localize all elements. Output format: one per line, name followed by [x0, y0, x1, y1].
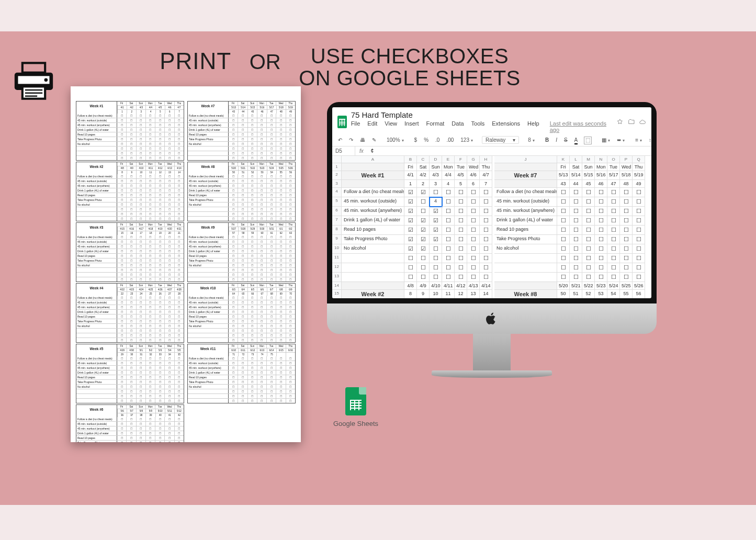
apple-logo-icon — [486, 312, 498, 325]
paint-icon[interactable]: ✎ — [370, 137, 378, 143]
percent-button[interactable]: % — [422, 137, 430, 143]
week-block: Week #7FriSatSunMonTueWedThu5/135/145/15… — [187, 101, 296, 161]
week-title: Week #1 — [76, 102, 117, 114]
currency-button[interactable]: $ — [413, 137, 419, 143]
borders-button[interactable]: ▦ — [600, 137, 612, 143]
week-block: Week #2FriSatSunMonTueWedThu4/84/94/104/… — [76, 162, 184, 221]
week-block: Week #11FriSatSunMonTueWedThu6/106/116/1… — [187, 344, 296, 403]
name-box[interactable]: D5 — [332, 147, 355, 155]
menu-format[interactable]: Format — [426, 120, 445, 133]
menu-insert[interactable]: Insert — [404, 120, 419, 133]
menu-edit[interactable]: Edit — [367, 120, 377, 133]
week-block: Week #6FriSatSunMonTueWedThu5/65/75/85/9… — [76, 404, 184, 442]
dec-more-button[interactable]: .00 — [445, 137, 455, 143]
menu-extensions[interactable]: Extensions — [492, 120, 520, 133]
print-icon[interactable]: 🖶 — [358, 137, 367, 143]
svg-point-3 — [44, 78, 48, 82]
week-block: Week #5FriSatSunMonTueWedThu4/294/305/15… — [76, 344, 184, 403]
fill-color-button[interactable]: ⬚ — [583, 137, 593, 143]
formula-input[interactable]: ¢ — [368, 147, 377, 155]
week-block: Week #10FriSatSunMonTueWedThu6/36/46/56/… — [187, 283, 296, 343]
week-block: Week #4FriSatSunMonTueWedThu4/224/234/24… — [76, 283, 184, 343]
strike-button[interactable]: S — [562, 137, 569, 143]
formula-bar: D5 fx ¢ — [332, 147, 651, 156]
week-block: Week #1FriSatSunMonTueWedThu4/14/24/34/4… — [76, 101, 184, 161]
week-block: Week #8FriSatSunMonTueWedThu5/205/215/22… — [187, 162, 296, 221]
week-title: Week #2 — [76, 162, 117, 174]
redo-icon[interactable]: ↷ — [347, 137, 355, 143]
week-block: Week #9FriSatSunMonTueWedThu5/275/285/29… — [187, 222, 296, 282]
printer-icon — [12, 61, 56, 100]
menu-tools[interactable]: Tools — [471, 120, 485, 133]
headline-print: PRINT — [160, 48, 231, 74]
google-sheets-brand: Google Sheets — [327, 387, 385, 428]
font-size-select[interactable]: 8 — [526, 137, 536, 143]
menu-file[interactable]: File — [351, 120, 360, 133]
headline-use-1: USE CHECKBOXES — [311, 44, 509, 68]
zoom-select[interactable]: 100% — [385, 137, 405, 143]
sheets-logo-icon — [345, 387, 366, 415]
week-title: Week #6 — [76, 405, 117, 417]
week-title: Week #8 — [188, 162, 229, 174]
dec-less-button[interactable]: .0 — [434, 137, 441, 143]
headline-use: USE CHECKBOXES ON GOOGLE SHEETS — [299, 45, 521, 89]
headline-or: OR — [250, 50, 281, 73]
menu-help[interactable]: Help — [527, 120, 539, 133]
google-sheets-ui: 75 Hard Template FileEditViewInsertForma… — [332, 107, 651, 298]
week-title: Week #3 — [76, 223, 117, 235]
week-title: Week #5 — [76, 344, 117, 356]
menu-view[interactable]: View — [385, 120, 397, 133]
week-title: Week #9 — [188, 223, 229, 235]
menu-data[interactable]: Data — [452, 120, 464, 133]
move-icon[interactable] — [628, 118, 635, 126]
number-format-button[interactable]: 123 — [459, 137, 475, 143]
last-edit-label[interactable]: Last edit was seconds ago — [550, 120, 612, 133]
doc-title[interactable]: 75 Hard Template — [351, 110, 612, 119]
week-title: Week #10 — [188, 284, 229, 296]
printed-page: Week #1FriSatSunMonTueWedThu4/14/24/34/4… — [71, 86, 301, 442]
italic-button[interactable]: I — [554, 137, 559, 143]
valign-button[interactable]: ↕ — [647, 137, 651, 143]
star-icon[interactable] — [616, 118, 624, 126]
week-block: Week #3FriSatSunMonTueWedThu4/154/164/17… — [76, 222, 184, 282]
spreadsheet-grid[interactable]: ABCDEFGHJKLMNOPQ1FriSatSunMonTueWedThuFr… — [332, 156, 651, 298]
undo-icon[interactable]: ↶ — [336, 137, 344, 143]
sheets-doc-icon — [337, 116, 347, 128]
week-title: Week #4 — [76, 284, 117, 296]
halign-button[interactable]: ≡ — [634, 137, 644, 143]
headline: PRINT OR USE CHECKBOXES ON GOOGLE SHEETS — [0, 45, 680, 89]
font-select[interactable]: Raleway▾ — [482, 136, 519, 144]
svg-rect-0 — [22, 63, 45, 72]
headline-use-2: ON GOOGLE SHEETS — [299, 66, 521, 89]
week-title: Week #11 — [188, 344, 229, 356]
cloud-icon[interactable] — [639, 118, 646, 126]
toolbar: ↶ ↷ 🖶 ✎ 100% $ % .0 .00 123 Raleway▾ 8 — [332, 134, 651, 147]
fx-label: fx — [355, 147, 368, 155]
text-color-button[interactable]: A — [573, 137, 580, 143]
imac: 75 Hard Template FileEditViewInsertForma… — [327, 102, 657, 378]
merge-button[interactable]: ⬌ — [615, 137, 626, 143]
bold-button[interactable]: B — [544, 137, 550, 143]
week-title: Week #7 — [188, 102, 229, 114]
sheets-brand-label: Google Sheets — [327, 420, 385, 428]
